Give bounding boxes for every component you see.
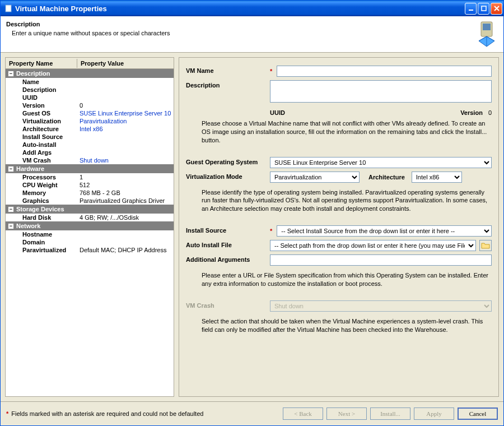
property-value: SUSE Linux Enterprise Server 10	[77, 110, 174, 117]
autoinstall-label: Auto Install File	[186, 240, 270, 248]
addlargs-label: Additional Arguments	[186, 254, 270, 263]
property-row[interactable]: Hostname	[6, 230, 174, 238]
property-row[interactable]: UUID	[6, 94, 174, 101]
property-row[interactable]: Processors1	[6, 173, 174, 181]
property-row[interactable]: VirtualizationParavirtualization	[6, 117, 174, 125]
property-row[interactable]: Description	[6, 86, 174, 94]
property-row[interactable]: Hard Disk4 GB; RW; /.../OSdisk	[6, 214, 174, 221]
property-col-name: Property Name	[6, 59, 77, 68]
property-name: Version	[6, 102, 77, 109]
property-value: Paravirtualized Graphics Driver	[77, 197, 174, 204]
guestos-select[interactable]: SUSE Linux Enterprise Server 10	[270, 157, 492, 168]
property-value: 0	[77, 102, 174, 109]
apply-button: Apply	[414, 408, 454, 420]
property-group-header[interactable]: −Hardware	[6, 164, 174, 173]
property-group-header[interactable]: −Network	[6, 221, 174, 230]
property-value: 4 GB; RW; /.../OSdisk	[77, 214, 174, 221]
property-panel: Property Name Property Value −Descriptio…	[5, 57, 174, 397]
description-label: Description	[186, 80, 270, 89]
property-name: Hostname	[6, 231, 77, 238]
property-col-value: Property Value	[77, 59, 174, 68]
property-row[interactable]: Name	[6, 78, 174, 86]
vmcrash-select: Shut down	[270, 300, 492, 312]
property-name: Virtualization	[6, 118, 77, 124]
page-subtitle: Enter a unique name without spaces or sp…	[6, 30, 475, 36]
virtmode-label: Virtualization Mode	[186, 172, 270, 180]
collapse-icon[interactable]: −	[8, 206, 14, 212]
version-value: 0	[488, 109, 492, 116]
property-name: Domain	[6, 239, 77, 246]
header-text: Description Enter a unique name without …	[6, 21, 475, 36]
help-text-os: Please identify the type of operating sy…	[186, 186, 492, 215]
autoinstall-select[interactable]: -- Select path from the drop down list o…	[270, 240, 476, 251]
svg-rect-1	[469, 10, 473, 11]
property-row[interactable]: ParavirtualizedDefault MAC; DHCP IP Addr…	[6, 246, 174, 254]
property-row[interactable]: Memory768 MB - 2 GB	[6, 189, 174, 197]
property-row[interactable]: GraphicsParavirtualized Graphics Driver	[6, 197, 174, 205]
property-row[interactable]: Auto-install	[6, 141, 174, 149]
minimize-button[interactable]	[465, 3, 477, 15]
collapse-icon[interactable]: −	[8, 223, 14, 229]
property-name: Graphics	[6, 197, 77, 204]
property-name: Guest OS	[6, 110, 77, 117]
addlargs-input[interactable]	[270, 254, 492, 266]
property-value	[77, 239, 174, 246]
property-name: Addl Args	[6, 149, 77, 156]
required-indicator: *	[270, 228, 272, 234]
footer-note-text: Fields marked with an asterisk are requi…	[11, 410, 203, 417]
property-row[interactable]: VM CrashShut down	[6, 156, 174, 164]
svg-rect-4	[483, 24, 491, 30]
vmname-input[interactable]	[277, 66, 492, 77]
property-value: 768 MB - 2 GB	[77, 189, 174, 196]
svg-rect-0	[6, 5, 11, 12]
property-row[interactable]: CPU Weight512	[6, 181, 174, 189]
installsrc-select[interactable]: -- Select Install Source from the drop d…	[277, 225, 492, 237]
property-name: Install Source	[6, 133, 77, 140]
property-value	[77, 141, 174, 148]
vmcrash-label: VM Crash	[186, 300, 270, 309]
version-label: Version	[460, 109, 483, 116]
form-panel: VM Name * Description UUID Version 0 Ple…	[179, 57, 499, 397]
property-name: Memory	[6, 189, 77, 196]
help-text-name: Please choose a Virtual Machine name tha…	[186, 117, 492, 146]
close-button[interactable]	[491, 3, 502, 15]
property-value: 1	[77, 174, 174, 180]
cancel-button[interactable]: Cancel	[458, 408, 498, 420]
window-title: Virtual Machine Properties	[15, 4, 465, 13]
property-body: −DescriptionNameDescriptionUUIDVersion0G…	[6, 69, 174, 396]
property-name: CPU Weight	[6, 182, 77, 188]
property-value: Default MAC; DHCP IP Address	[77, 247, 174, 253]
help-text-crash: Select the action that should be taken w…	[186, 315, 492, 335]
arch-select[interactable]: Intel x86	[412, 172, 462, 183]
property-row[interactable]: Domain	[6, 238, 174, 246]
browse-button[interactable]	[479, 240, 492, 251]
property-name: Processors	[6, 174, 77, 180]
next-button: Next >	[326, 408, 367, 420]
footer-buttons: < Back Next > Install... Apply Cancel	[283, 408, 498, 420]
property-group-name: Hardware	[16, 165, 44, 172]
property-row[interactable]: Version0	[6, 101, 174, 109]
property-name: Auto-install	[6, 141, 77, 148]
property-row[interactable]: Addl Args	[6, 149, 174, 156]
property-group-header[interactable]: −Description	[6, 69, 174, 78]
collapse-icon[interactable]: −	[8, 166, 14, 172]
property-group-name: Network	[16, 223, 40, 229]
property-name: Architecture	[6, 126, 77, 132]
collapse-icon[interactable]: −	[8, 71, 14, 77]
footer: * Fields marked with an asterisk are req…	[1, 401, 503, 425]
maximize-button[interactable]	[478, 3, 489, 15]
property-name: Paravirtualized	[6, 247, 77, 253]
folder-icon	[481, 242, 490, 249]
virtmode-select[interactable]: Paravirtualization	[270, 172, 360, 183]
property-row[interactable]: Install Source	[6, 133, 174, 141]
help-text-install: Please enter a URL or File System specif…	[186, 269, 492, 289]
property-row[interactable]: ArchitectureIntel x86	[6, 125, 174, 133]
description-textarea[interactable]	[270, 80, 492, 103]
arch-label: Architecture	[368, 174, 405, 180]
app-icon	[4, 4, 13, 13]
guestos-label: Guest Operating System	[186, 157, 270, 165]
property-group-header[interactable]: −Storage Devices	[6, 205, 174, 214]
property-value: Shut down	[77, 157, 174, 164]
property-row[interactable]: Guest OSSUSE Linux Enterprise Server 10	[6, 109, 174, 117]
svg-rect-2	[482, 6, 486, 11]
